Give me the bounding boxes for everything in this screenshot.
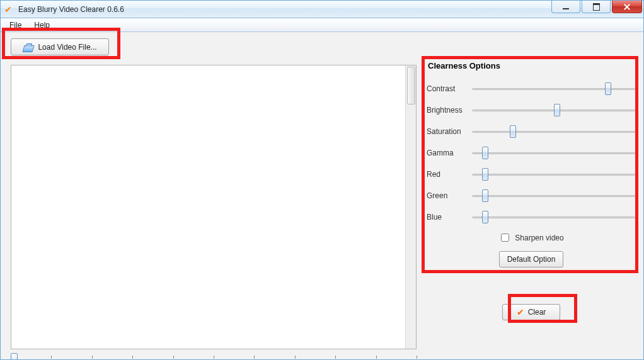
sharpen-checkbox[interactable] xyxy=(501,233,509,242)
timeline-thumb[interactable] xyxy=(11,353,18,360)
slider-track xyxy=(472,152,636,154)
menu-file[interactable]: File xyxy=(3,20,28,31)
video-preview xyxy=(11,65,417,349)
slider-label: Gamma xyxy=(427,149,472,157)
menu-help[interactable]: Help xyxy=(28,20,56,31)
timeline-tick xyxy=(417,356,417,359)
timeline-tick xyxy=(51,356,52,359)
slider-row-blue: Blue xyxy=(427,206,636,228)
clearness-panel: Clearness Options ContrastBrightnessSatu… xyxy=(427,61,636,267)
slider-thumb[interactable] xyxy=(482,211,488,223)
blue-slider[interactable] xyxy=(472,211,636,223)
preview-scrollbar-thumb[interactable] xyxy=(407,67,415,104)
timeline-tick xyxy=(214,356,214,359)
slider-track xyxy=(472,195,636,197)
client-area: Load Video File... Clearness Options Con… xyxy=(1,32,643,359)
maximize-button[interactable] xyxy=(582,1,611,13)
load-video-button[interactable]: Load Video File... xyxy=(11,38,109,55)
sharpen-label: Sharpen video xyxy=(515,233,563,242)
slider-thumb[interactable] xyxy=(554,104,560,116)
app-icon xyxy=(4,4,14,14)
brightness-slider[interactable] xyxy=(472,104,636,116)
timeline-tick xyxy=(376,356,377,359)
red-slider[interactable] xyxy=(472,168,636,181)
slider-row-red: Red xyxy=(427,164,636,185)
clear-button[interactable]: Clear xyxy=(502,304,560,320)
sharpen-row[interactable]: Sharpen video xyxy=(427,232,636,244)
preview-scrollbar[interactable] xyxy=(405,65,416,349)
slider-thumb[interactable] xyxy=(482,147,488,159)
titlebar: Easy Blurry Video Clearer 0.6.6 xyxy=(1,1,643,18)
window-title: Easy Blurry Video Clearer 0.6.6 xyxy=(18,5,124,14)
gamma-slider[interactable] xyxy=(472,147,636,159)
menubar: File Help xyxy=(1,18,643,32)
timeline-tick xyxy=(132,356,133,359)
slider-row-saturation: Saturation xyxy=(427,121,636,142)
clearness-title: Clearness Options xyxy=(428,61,636,70)
default-option-label: Default Option xyxy=(507,255,556,264)
clear-row: Clear xyxy=(427,304,636,320)
slider-label: Green xyxy=(427,191,472,200)
slider-label: Contrast xyxy=(427,84,472,93)
slider-track xyxy=(472,174,636,176)
slider-row-contrast: Contrast xyxy=(427,78,636,99)
contrast-slider[interactable] xyxy=(472,82,636,95)
timeline-tick xyxy=(335,356,336,359)
window-buttons xyxy=(551,1,643,13)
green-slider[interactable] xyxy=(472,189,636,202)
video-preview-canvas xyxy=(11,65,405,349)
close-button[interactable] xyxy=(612,1,642,13)
saturation-slider[interactable] xyxy=(472,125,636,138)
timeline-tick xyxy=(295,356,296,359)
slider-label: Saturation xyxy=(427,127,472,136)
slider-thumb[interactable] xyxy=(482,168,488,181)
timeline-slider[interactable] xyxy=(11,353,417,360)
slider-row-brightness: Brightness xyxy=(427,99,636,121)
folder-open-icon xyxy=(23,43,34,52)
timeline-tick xyxy=(254,356,255,359)
clear-label: Clear xyxy=(528,308,546,317)
slider-thumb[interactable] xyxy=(605,82,611,95)
load-video-label: Load Video File... xyxy=(38,43,96,52)
slider-thumb[interactable] xyxy=(482,189,488,202)
default-option-button[interactable]: Default Option xyxy=(499,251,564,267)
timeline-tick xyxy=(92,356,93,359)
timeline-tick xyxy=(173,356,174,359)
slider-label: Blue xyxy=(427,213,472,222)
slider-label: Red xyxy=(427,170,472,179)
check-icon xyxy=(517,308,524,317)
slider-row-green: Green xyxy=(427,185,636,206)
slider-track xyxy=(472,131,636,133)
slider-track xyxy=(472,88,636,90)
slider-track xyxy=(472,217,636,218)
slider-row-gamma: Gamma xyxy=(427,142,636,164)
slider-label: Brightness xyxy=(427,106,472,115)
slider-thumb[interactable] xyxy=(510,125,516,138)
minimize-button[interactable] xyxy=(551,1,580,13)
